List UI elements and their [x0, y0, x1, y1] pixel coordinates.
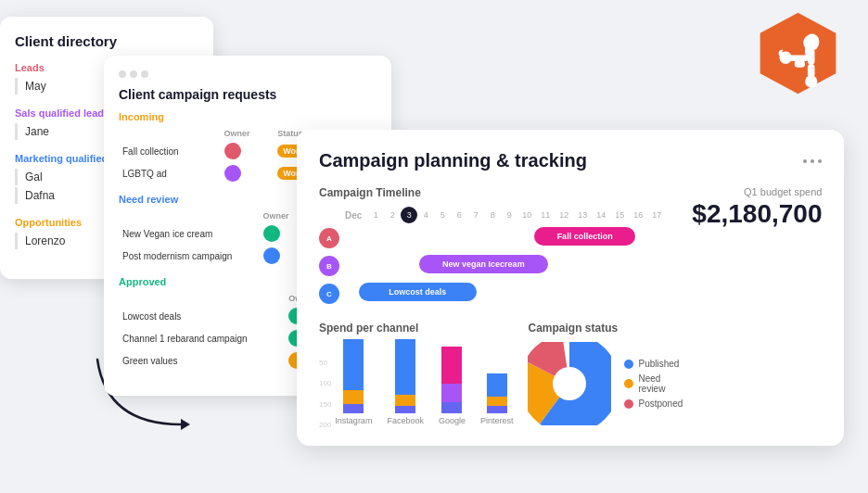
gantt-bar-vegan: New vegan Icecream [419, 255, 547, 273]
month-label: Dec [345, 210, 362, 221]
avatar-1: A [319, 228, 339, 248]
bar-seg [343, 390, 364, 404]
dot-red [119, 70, 126, 78]
pie-legend: Published Need review Postponed [624, 359, 683, 409]
campaign-name: New Vegan ice cream [119, 222, 260, 245]
campaign-name: LGBTQ ad [119, 162, 221, 184]
bar-stack [395, 339, 415, 413]
bar-google: Google [439, 347, 466, 425]
owner-col-header: Owner [221, 127, 274, 140]
campaign-name: Green values [119, 349, 285, 372]
hs-left-circle [780, 52, 792, 64]
bar-label: Facebook [387, 416, 424, 425]
hs-top-circle [803, 35, 819, 51]
avatar-3: C [319, 284, 339, 304]
dot3 [818, 159, 822, 163]
budget-label: Q1 budget spend [692, 186, 822, 197]
main-panel-title: Campaign planning & tracking [319, 150, 587, 171]
legend-published: Published [624, 359, 683, 369]
more-options-menu[interactable] [803, 159, 822, 163]
hs-vert-stem [808, 49, 815, 65]
bar-seg [487, 397, 507, 406]
name-col-header [119, 209, 260, 222]
dot1 [803, 159, 807, 163]
bar-seg [395, 395, 415, 406]
legend-postponed: Postponed [624, 398, 683, 409]
budget-section: Q1 budget spend $2,180,700 [683, 186, 822, 429]
bar-seg [343, 404, 364, 413]
gantt-row-fall: A Fall collection [345, 227, 683, 249]
name-col-header [119, 292, 285, 305]
bar-seg [487, 406, 507, 413]
owner-col-header: Owner [260, 209, 300, 222]
bar-stack [487, 373, 507, 413]
owner-avatar [263, 225, 280, 242]
pie-postponed [536, 350, 603, 417]
bar-chart: Instagram Facebook [335, 342, 513, 425]
campaign-name: Post modernism campaign [119, 245, 260, 267]
need-review-dot [624, 379, 633, 388]
panel-window-controls [119, 70, 377, 78]
name-col-header [119, 127, 221, 140]
date-highlighted: 3 [401, 207, 417, 223]
bar-instagram: Instagram [335, 339, 372, 425]
budget-value: $2,180,700 [692, 199, 822, 229]
need-review-label: Need review [638, 373, 683, 394]
spend-section: Spend per channel 200 150 100 50 [319, 322, 513, 429]
campaign-req-title: Client campaign requests [119, 87, 377, 102]
main-panel-header: Campaign planning & tracking [319, 150, 822, 171]
timeline-grid: Dec 1 2 3 4 5 6 7 8 9 10 11 [319, 207, 683, 305]
owner-avatar [263, 247, 280, 264]
status-section: Campaign status [513, 322, 683, 429]
bar-seg [487, 373, 507, 397]
gantt-bar-fall: Fall collection [534, 227, 635, 246]
published-dot [624, 360, 633, 369]
published-label: Published [638, 359, 679, 369]
arrow-head [181, 419, 190, 430]
client-dir-title: Client directory [15, 33, 198, 49]
timeline-section: Campaign Timeline Dec 1 2 3 4 5 6 7 [319, 186, 683, 305]
campaign-name: Fall collection [119, 140, 221, 162]
hs-bottom-circle [805, 75, 817, 87]
bar-seg [395, 406, 415, 413]
dot2 [811, 159, 814, 163]
owner-avatar [224, 143, 241, 159]
hubspot-logo [754, 9, 842, 101]
bar-stack [441, 347, 462, 413]
bar-pinterest: Pinterest [480, 373, 514, 425]
timeline-title: Campaign Timeline [319, 186, 683, 199]
campaign-name: Channel 1 rebarand campaign [119, 327, 285, 349]
bar-seg [441, 384, 462, 402]
hubspot-hex-svg [754, 9, 842, 97]
avatar-2: B [319, 256, 339, 276]
bar-stack [343, 339, 364, 413]
postponed-dot [624, 399, 633, 409]
date-2: 2 [384, 210, 401, 220]
bar-seg [441, 402, 462, 413]
campaign-name: Lowcost deals [119, 305, 285, 327]
spend-title: Spend per channel [319, 322, 513, 335]
pie-chart [528, 342, 611, 425]
hex-polygon [760, 13, 836, 94]
status-title: Campaign status [528, 322, 683, 335]
bar-facebook: Facebook [387, 339, 424, 425]
pie-area: Published Need review Postponed [528, 342, 683, 425]
hs-rect2 [795, 60, 805, 68]
bar-seg [395, 339, 415, 395]
gantt-row-lowcost: C Lowcost deals [345, 283, 683, 305]
gantt-bar-lowcost: Lowcost deals [359, 283, 478, 301]
bar-label: Google [439, 416, 466, 425]
incoming-label: Incoming [119, 111, 377, 122]
dot-yellow [130, 70, 137, 78]
bar-seg [441, 347, 462, 384]
postponed-label: Postponed [638, 398, 683, 409]
main-campaign-panel: Campaign planning & tracking Campaign Ti… [297, 130, 844, 446]
bar-label: Instagram [335, 416, 372, 425]
hs-horiz-arm [789, 55, 809, 61]
bar-seg [343, 339, 364, 390]
bar-label: Pinterest [480, 416, 514, 425]
gantt-row-vegan: B New vegan Icecream [345, 255, 683, 277]
bottom-panels: Spend per channel 200 150 100 50 [319, 322, 683, 429]
owner-avatar [224, 165, 241, 182]
date-1: 1 [367, 210, 384, 220]
